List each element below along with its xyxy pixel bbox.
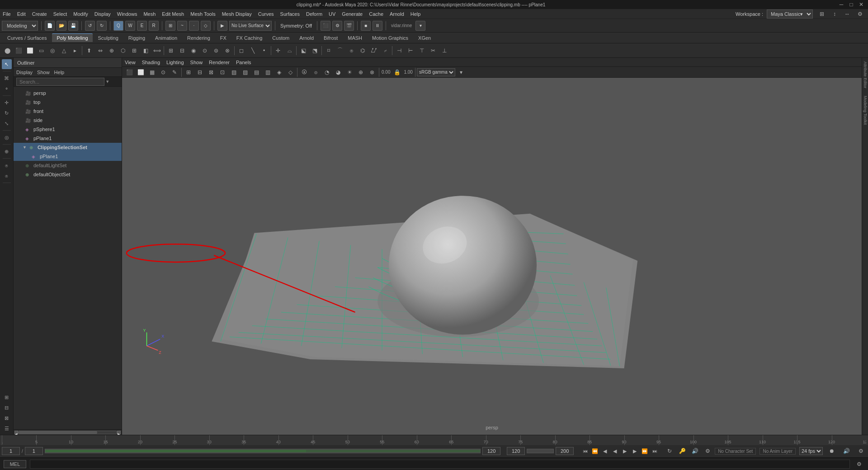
save-btn[interactable]: 💾 [68,21,78,31]
uv-editor-icon[interactable]: ⬔ [309,45,320,56]
gamma-select[interactable]: sRGB gamma [417,68,455,76]
outliner-item-side[interactable]: 🎥 side [14,116,122,125]
fps-select[interactable]: 24 fps [799,447,823,455]
toolbar-icon-1[interactable]: ⊞ [816,9,827,19]
open-btn[interactable]: 📂 [57,21,66,31]
menu-modify[interactable]: Modify [73,11,88,17]
bevel-icon[interactable]: ⬡ [118,45,128,56]
redo-btn[interactable]: ↻ [97,21,107,31]
vp-icon-17[interactable]: ⌾ [310,67,321,78]
tab-curves-surfaces[interactable]: Curves / Surfaces [3,34,51,42]
range-end2-input[interactable] [556,447,574,455]
snap-point[interactable]: · [189,21,199,31]
current-frame-input[interactable] [2,447,20,455]
poly-cube-icon[interactable]: ⬛ [13,45,24,56]
outliner-item-pplane1-parent[interactable]: ◈ pPlane1 [14,134,122,143]
extrude-icon[interactable]: ⬆ [84,45,94,56]
prev-frame-btn[interactable]: ⏪ [591,447,599,455]
hscroll-bar[interactable] [18,431,117,434]
menu-file[interactable]: File [3,11,11,17]
toolkit-edge-icon[interactable]: ⊠ [2,413,12,423]
vp-coord-btn[interactable]: 🔒 [392,67,402,78]
vp-menu-shading[interactable]: Shading [142,60,160,65]
user-dropdown[interactable]: ▾ [415,21,425,31]
move-tool-btn[interactable]: ✛ [2,98,12,108]
vp-icon-5[interactable]: ✎ [169,67,180,78]
next-key-btn[interactable]: ▶ [631,447,639,455]
hscroll-left-btn[interactable]: ◂ [14,431,18,434]
play-back-btn[interactable]: ◀ [611,447,619,455]
vp-icon-6[interactable]: ⊞ [183,67,194,78]
vp-icon-13[interactable]: ▥ [262,67,273,78]
conform-icon[interactable]: ⊙ [199,45,210,56]
select-tool[interactable]: Q [113,21,123,31]
menu-create[interactable]: Create [32,11,47,17]
vp-icon-8[interactable]: ⊠ [206,67,217,78]
vp-icon-1[interactable]: ⬛ [124,67,135,78]
play-fwd-btn[interactable]: ▶ [621,447,629,455]
sound-btn[interactable]: 🔊 [689,446,700,456]
pause-btn[interactable]: ⏸ [373,21,382,31]
tab-sculpting[interactable]: Sculpting [94,34,123,42]
poly-cylinder-icon[interactable]: ⬜ [24,45,35,56]
menu-deform[interactable]: Deform [306,11,322,17]
mirror1-icon[interactable]: ⊣ [394,45,405,56]
tab-motion-graphics[interactable]: Motion Graphics [368,34,413,42]
vp-icon-3[interactable]: ▦ [146,67,157,78]
paint-select-btn[interactable]: ⚬ [2,84,12,94]
frame-start-input[interactable] [25,447,43,455]
vp-menu-lighting[interactable]: Lighting [166,60,184,65]
viewport-3d[interactable]: X Y Z persp [122,78,862,435]
menu-cache[interactable]: Cache [369,11,383,17]
deform1-icon[interactable]: ⌑ [323,45,334,56]
menu-mesh[interactable]: Mesh [143,11,156,17]
scale-tool-btn[interactable]: ⤡ [2,118,12,128]
connect-icon[interactable]: ⊗ [222,45,233,56]
anim-key-btn[interactable]: 🔑 [677,446,688,456]
vp-menu-view[interactable]: View [125,60,136,65]
vp-icon-4[interactable]: ⊙ [158,67,169,78]
target-weld-icon[interactable]: ⊥ [439,45,450,56]
range-bar2[interactable] [527,449,554,453]
tab-custom[interactable]: Custom [268,34,294,42]
bridge-icon[interactable]: ⇔ [95,45,106,56]
undo-btn[interactable]: ↺ [85,21,95,31]
outliner-search-input[interactable] [16,78,104,86]
toolbar-icon-4[interactable]: ⚙ [854,9,865,19]
audio-btn[interactable]: 🔊 [841,446,852,456]
search-options-btn[interactable]: ▾ [106,79,109,85]
deform4-icon[interactable]: ⌬ [357,45,368,56]
goto-end-btn[interactable]: ⏭ [651,447,659,455]
outliner-item-defaultlightset[interactable]: ⊕ defaultLightSet [14,161,122,170]
snap-grid[interactable]: ⊞ [165,21,175,31]
status-settings-btn[interactable]: ⚙ [854,459,864,470]
vp-icon-2[interactable]: ⬜ [135,67,146,78]
render-btn[interactable]: ▶ [217,21,227,31]
vp-icon-16[interactable]: ⦿ [299,67,310,78]
modeling-toolkit-label[interactable]: Modeling Toolkit [862,92,868,128]
tab-xgen[interactable]: XGen [414,34,435,42]
anim-settings-btn[interactable]: ⚙ [702,446,713,456]
outliner-menu-show[interactable]: Show [37,70,50,75]
vp-icon-9[interactable]: ⊡ [217,67,228,78]
outliner-item-top[interactable]: 🎥 top [14,98,122,107]
outliner-menu-display[interactable]: Display [16,70,33,75]
combine-icon[interactable]: ⊞ [165,45,176,56]
vp-icon-14[interactable]: ◈ [274,67,284,78]
toolkit-list-icon[interactable]: ☰ [2,423,12,433]
snap-curve[interactable]: ~ [177,21,187,31]
sculpt-icon[interactable]: ⌓ [284,45,295,56]
sculpt-push-btn[interactable]: ⍟ [2,160,12,170]
vp-icon-21[interactable]: ⊕ [355,67,366,78]
poly-torus-icon[interactable]: ◎ [47,45,58,56]
tab-animation[interactable]: Animation [151,34,182,42]
poly-sphere-icon[interactable]: ⬤ [2,45,13,56]
vp-menu-renderer[interactable]: Renderer [209,60,230,65]
vp-menu-panels[interactable]: Panels [236,60,251,65]
select-tool-btn[interactable]: ↖ [2,59,12,69]
menu-surfaces[interactable]: Surfaces [280,11,300,17]
loop-btn[interactable]: ↻ [664,446,675,456]
timeline-ruler[interactable]: 1510152025303540455055606570758085909510… [0,435,868,445]
deform6-icon[interactable]: ⌿ [380,45,391,56]
rotate-tool[interactable]: E [137,21,147,31]
